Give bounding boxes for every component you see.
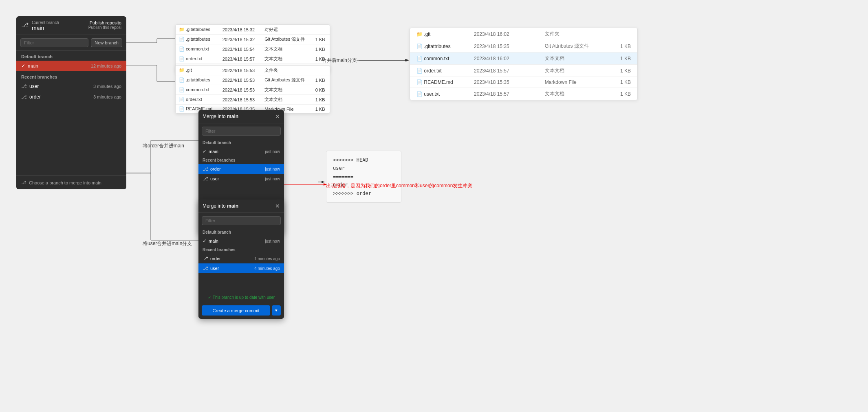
sidebar-footer: ⎇ Choose a branch to merge into main [16, 175, 126, 189]
annotation-merge-user: 将user合并进main分支 [143, 240, 192, 247]
check-icon-merge: ✓ [203, 149, 207, 154]
file-row-readme: 📄 README.md 2023/4/18 15:35 Markdown Fil… [410, 77, 637, 88]
branch-icon-merge-order: ⎇ [203, 166, 208, 172]
check-icon-merge-2: ✓ [203, 238, 207, 244]
file-icon: 📄 [416, 91, 423, 97]
file-icon: 📄 [179, 87, 185, 92]
branch-icon-user: ⎇ [21, 83, 27, 89]
conflict-line-5: >>>>>>> order [333, 189, 394, 197]
branch-icon-merge-user: ⎇ [203, 176, 208, 182]
merge-dialog-header-2: Merge into main ✕ [198, 199, 284, 213]
default-branch-section: Default branch [16, 51, 126, 61]
file-icon: 📄 [416, 44, 423, 49]
file-icon: 📄 [179, 97, 185, 102]
branch-item-user-left: ⎇ user [21, 83, 39, 89]
file-icon: 📄 [179, 77, 185, 82]
folder-icon: 📁 [179, 68, 185, 72]
publish-repo-title: Publish reposito [88, 20, 121, 25]
file-row: 📄 .gitattributes 2023/4/18 15:32 Git Att… [176, 35, 330, 44]
file-row-gitattributes: 📄 .gitattributes 2023/4/18 15:35 Git Att… [410, 40, 637, 53]
merge-dialog-header-1: Merge into main ✕ [198, 110, 284, 123]
user-branch-name: user [29, 83, 39, 89]
file-row: 📄 common.txt 2022/4/18 15:53 文本文档 0 KB [176, 85, 330, 95]
merge-commit-dropdown-2[interactable]: ▾ [272, 305, 281, 316]
file-row: 📁 .gitattributes 2023/4/18 15:32 对好运 [176, 25, 330, 35]
branch-icon-merge-user-2: ⎇ [203, 265, 208, 271]
merge-filter-input-2[interactable] [202, 216, 281, 225]
merge-branch-user-2[interactable]: ⎇ user 4 minutes ago [198, 263, 284, 273]
merge-branch-order-1[interactable]: ⎇ order just now [198, 164, 284, 174]
folder-icon: 📁 [416, 31, 423, 37]
merge-branch-user-1[interactable]: ⎇ user just now [198, 174, 284, 184]
merge-close-2[interactable]: ✕ [275, 203, 280, 209]
main-branch-time: 12 minutes ago [91, 64, 121, 68]
file-icon: 📄 [179, 106, 185, 111]
file-panel-bottom: 📁 .git 2022/4/18 15:53 文件夹 📄 .gitattribu… [175, 65, 330, 114]
branch-item-main[interactable]: ✓ main 12 minutes ago [16, 61, 126, 71]
file-row-order: 📄 order.txt 2023/4/18 15:57 文本文档 1 KB [410, 65, 637, 77]
current-branch-name: main [32, 25, 59, 31]
merge-branch-order-2[interactable]: ⎇ order 1 minutes ago [198, 254, 284, 263]
publish-repo-sub: Publish this reposi [88, 25, 121, 30]
file-row-git: 📁 .git 2023/4/18 16:02 文件夹 [410, 28, 637, 40]
conflict-line-2: user [333, 164, 394, 172]
order-branch-time: 3 minutes ago [93, 94, 121, 99]
success-icon: ✓ [208, 295, 211, 300]
merge-dialog-title-1: Merge into main [203, 114, 238, 119]
branch-icon-order: ⎇ [21, 94, 27, 100]
conflict-box: <<<<<<< HEAD user ======= order >>>>>>> … [326, 151, 401, 203]
merge-default-branch-label-1: Default branch [198, 139, 284, 147]
merge-filter-input-1[interactable] [202, 127, 281, 136]
file-icon: 📄 [179, 56, 185, 61]
file-row: 📄 order.txt 2022/4/18 15:53 文本文档 1 KB [176, 95, 330, 105]
sidebar-header: ⎇ Current branch main Publish reposito P… [16, 16, 126, 35]
recent-branches-section: Recent branches [16, 71, 126, 81]
file-icon: 📄 [179, 46, 185, 51]
merge-commit-btn-2[interactable]: Create a merge commit [202, 305, 270, 316]
file-row-common: 📄 common.txt 2023/4/18 16:02 文本文档 1 KB [410, 53, 637, 65]
merge-default-branch-label-2: Default branch [198, 228, 284, 236]
file-row-user: 📄 user.txt 2023/4/18 15:57 文本文档 1 KB [410, 88, 637, 100]
merge-btn-row-2: Create a merge commit ▾ [198, 305, 284, 319]
file-icon: 📄 [416, 79, 423, 85]
current-branch-label: Current branch [32, 20, 59, 25]
merge-branch-main-1[interactable]: ✓ main just now [198, 147, 284, 156]
user-branch-time: 3 minutes ago [93, 84, 121, 89]
branch-item-order[interactable]: ⎇ order 3 minutes ago [16, 92, 126, 102]
file-row: 📄 common.txt 2023/4/18 15:54 文本文档 1 KB [176, 44, 330, 54]
annotation-merge-main: 合并后main分支 [322, 57, 357, 64]
annotation-error: 出现报错，是因为我们的order里common和user的common发生冲突 [326, 182, 472, 189]
branch-item-order-left: ⎇ order [21, 94, 41, 100]
sidebar: ⎇ Current branch main Publish reposito P… [16, 16, 126, 189]
file-icon: 📄 [179, 37, 185, 42]
file-row: 📄 order.txt 2023/4/18 15:57 文本文档 1 KB [176, 54, 330, 64]
conflict-line-3: ======= [333, 173, 394, 181]
file-row: 📄 .gitattributes 2022/4/18 15:53 Git Att… [176, 75, 330, 85]
order-branch-name: order [29, 94, 41, 100]
branch-info: Current branch main [32, 20, 59, 31]
annotation-merge-order: 将order合并进main [143, 142, 184, 149]
file-row: 📁 .git 2022/4/18 15:53 文件夹 [176, 66, 330, 75]
merge-recent-label-2: Recent branches [198, 246, 284, 254]
filter-input[interactable] [20, 38, 88, 47]
file-icon: 📄 [416, 68, 423, 74]
folder-icon: 📁 [179, 27, 185, 32]
merge-dialog-2: Merge into main ✕ Default branch ✓ main … [198, 199, 284, 319]
git-icon: ⎇ [21, 21, 29, 29]
sidebar-header-left: ⎇ Current branch main [21, 20, 59, 31]
publish-repo-info: Publish reposito Publish this reposi [88, 20, 121, 30]
merge-dialog-title-2: Merge into main [203, 203, 238, 209]
right-file-panel: 📁 .git 2023/4/18 16:02 文件夹 📄 .gitattribu… [410, 28, 638, 100]
branch-icon-merge-order-2: ⎇ [203, 256, 208, 261]
success-text: This branch is up to date with user [213, 295, 275, 300]
check-icon: ✓ [21, 63, 25, 69]
branch-item-user[interactable]: ⎇ user 3 minutes ago [16, 81, 126, 92]
merge-footer-label: Choose a branch to merge into main [29, 180, 101, 185]
main-branch-name: main [28, 63, 38, 69]
merge-close-1[interactable]: ✕ [275, 113, 280, 120]
conflict-line-1: <<<<<<< HEAD [333, 156, 394, 164]
file-icon-common: 📄 [416, 56, 423, 61]
merge-branch-main-2[interactable]: ✓ main just now [198, 236, 284, 246]
new-branch-button[interactable]: New branch [91, 38, 122, 47]
merge-success-2: ✓ This branch is up to date with user [202, 293, 281, 302]
